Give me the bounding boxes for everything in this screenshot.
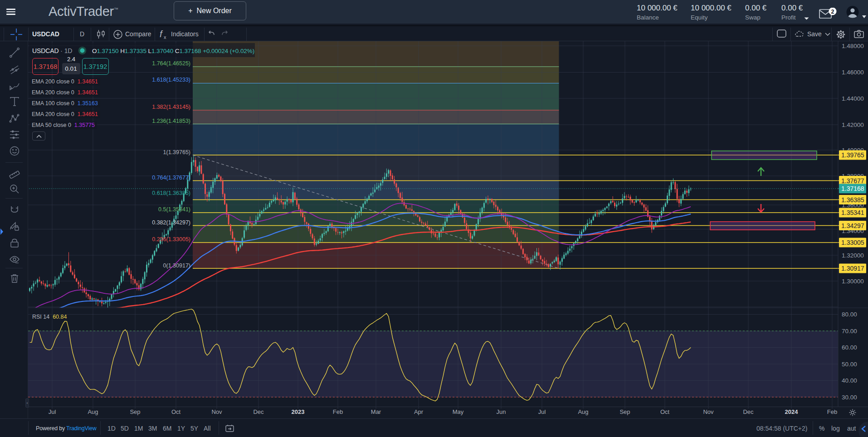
svg-text:1.48000: 1.48000	[842, 43, 864, 49]
svg-text:1.764(1.46525): 1.764(1.46525)	[152, 60, 190, 67]
svg-text:Feb: Feb	[333, 408, 343, 415]
svg-text:2024: 2024	[785, 408, 799, 415]
svg-text:Nov: Nov	[703, 408, 714, 415]
svg-text:Oct: Oct	[660, 408, 670, 415]
svg-text:80.00: 80.00	[842, 311, 857, 318]
svg-text:2023: 2023	[292, 408, 305, 415]
svg-text:40.00: 40.00	[842, 377, 857, 384]
svg-text:Sep: Sep	[130, 408, 140, 415]
svg-text:1.35341: 1.35341	[841, 209, 864, 216]
svg-text:Jun: Jun	[497, 408, 506, 415]
svg-text:30.00: 30.00	[842, 394, 857, 401]
svg-text:0.764(1.37677): 0.764(1.37677)	[152, 175, 190, 181]
svg-text:Feb: Feb	[827, 408, 837, 415]
svg-text:1.39765: 1.39765	[841, 151, 864, 159]
svg-text:f: f	[160, 29, 163, 39]
svg-text:Mar: Mar	[371, 408, 381, 415]
svg-text:1.44000: 1.44000	[842, 95, 864, 102]
svg-text:Dec: Dec	[743, 408, 754, 415]
svg-text:1(1.39765): 1(1.39765)	[163, 149, 190, 155]
svg-text:May: May	[453, 408, 464, 415]
svg-text:60.00: 60.00	[842, 344, 857, 351]
svg-text:1.42000: 1.42000	[842, 121, 864, 128]
svg-text:1.46000: 1.46000	[842, 69, 864, 76]
svg-text:0.382(1.34297): 0.382(1.34297)	[152, 219, 190, 226]
svg-text:Jul: Jul	[538, 408, 546, 415]
svg-text:1.37168: 1.37168	[841, 185, 864, 192]
svg-text:0(1.30917): 0(1.30917)	[163, 262, 190, 269]
svg-text:0.5(1.35341): 0.5(1.35341)	[158, 206, 190, 213]
svg-text:Oct: Oct	[171, 408, 181, 415]
svg-text:50.00: 50.00	[842, 361, 857, 368]
svg-text:1.30917: 1.30917	[841, 265, 864, 272]
svg-text:Sep: Sep	[619, 408, 630, 415]
svg-text:Aug: Aug	[88, 408, 98, 415]
svg-text:1.33005: 1.33005	[841, 239, 864, 246]
svg-text:0.236(1.33005): 0.236(1.33005)	[152, 236, 190, 243]
svg-text:1.30000: 1.30000	[842, 278, 864, 285]
svg-text:Apr: Apr	[414, 408, 424, 415]
svg-text:Aug: Aug	[578, 408, 588, 415]
svg-text:1.37677: 1.37677	[841, 177, 864, 185]
svg-text:Nov: Nov	[211, 408, 222, 415]
svg-text:1.34297: 1.34297	[841, 222, 864, 229]
svg-text:2: 2	[831, 9, 834, 15]
svg-text:Jul: Jul	[49, 408, 56, 415]
svg-text:1.36385: 1.36385	[841, 196, 864, 204]
svg-text:1.32000: 1.32000	[842, 252, 864, 259]
svg-text:0.618(1.36385): 0.618(1.36385)	[152, 190, 190, 196]
svg-text:Dec: Dec	[253, 408, 264, 415]
svg-text:x: x	[164, 34, 166, 39]
svg-text:70.00: 70.00	[842, 328, 857, 335]
